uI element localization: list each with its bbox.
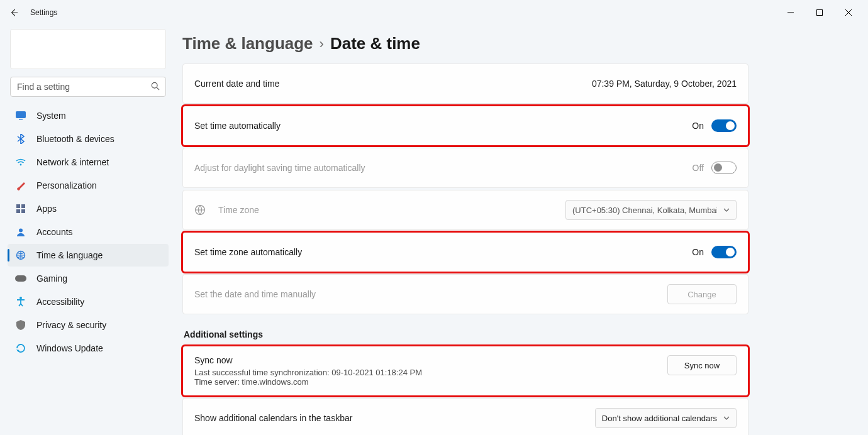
set-tz-auto-label: Set time zone automatically — [194, 247, 302, 257]
sidebar-item-label: Bluetooth & devices — [36, 134, 114, 144]
current-date-time-row: Current date and time 07:39 PM, Saturday… — [182, 63, 748, 104]
sidebar-item-label: Windows Update — [36, 343, 103, 353]
profile-card[interactable] — [10, 29, 166, 69]
sidebar-item-gaming[interactable]: Gaming — [8, 267, 169, 290]
sidebar-item-label: Accounts — [36, 227, 73, 237]
breadcrumb-current: Date & time — [330, 34, 420, 53]
window-controls — [776, 3, 863, 23]
chevron-down-icon — [723, 208, 730, 212]
timezone-label: Time zone — [218, 205, 259, 215]
additional-calendars-dropdown[interactable]: Don't show additional calendars — [595, 408, 737, 428]
minimize-icon — [787, 9, 794, 16]
close-icon — [845, 9, 852, 16]
sidebar-item-privacy[interactable]: Privacy & security — [8, 314, 169, 336]
breadcrumb-parent[interactable]: Time & language — [182, 34, 313, 53]
bluetooth-icon — [15, 133, 26, 145]
window-title: Settings — [30, 8, 57, 17]
sidebar: System Bluetooth & devices Network & int… — [0, 25, 176, 435]
sidebar-item-label: Apps — [36, 204, 57, 214]
update-icon — [15, 343, 26, 354]
sidebar-item-bluetooth[interactable]: Bluetooth & devices — [8, 128, 169, 150]
sidebar-item-time-language[interactable]: Time & language — [8, 244, 169, 267]
close-button[interactable] — [834, 3, 863, 23]
set-tz-auto-toggle[interactable] — [711, 246, 737, 258]
sidebar-item-label: System — [36, 111, 66, 121]
svg-rect-7 — [16, 209, 20, 213]
sidebar-item-label: Personalization — [36, 180, 97, 190]
svg-rect-0 — [817, 10, 823, 16]
search-input[interactable] — [10, 77, 166, 97]
sync-now-title: Sync now — [194, 355, 422, 365]
timezone-dropdown[interactable]: (UTC+05:30) Chennai, Kolkata, Mumbai, Ne… — [565, 200, 737, 220]
sidebar-item-apps[interactable]: Apps — [8, 197, 169, 220]
set-time-auto-state: On — [692, 121, 704, 131]
set-manual-row: Set the date and time manually Change — [182, 274, 748, 314]
sync-last-line: Last successful time synchronization: 09… — [194, 368, 422, 377]
timezone-value: (UTC+05:30) Chennai, Kolkata, Mumbai, Ne… — [572, 206, 717, 215]
additional-calendars-label: Show additional calendars in the taskbar — [194, 413, 352, 423]
dst-auto-state: Off — [693, 163, 704, 173]
titlebar: Settings — [0, 0, 868, 25]
display-icon — [15, 110, 26, 121]
wifi-icon — [15, 157, 26, 168]
main-content: Time & language › Date & time Current da… — [176, 25, 868, 435]
svg-rect-6 — [21, 204, 25, 208]
current-date-time-label: Current date and time — [194, 79, 279, 89]
sidebar-item-label: Time & language — [36, 250, 103, 260]
svg-rect-3 — [19, 119, 23, 119]
back-button[interactable] — [5, 4, 23, 21]
svg-rect-2 — [16, 112, 26, 118]
sidebar-item-label: Network & internet — [36, 157, 109, 167]
accessibility-icon — [15, 296, 26, 307]
sidebar-item-accounts[interactable]: Accounts — [8, 221, 169, 243]
globe-clock-icon — [15, 250, 26, 261]
sidebar-item-accessibility[interactable]: Accessibility — [8, 290, 169, 313]
chevron-down-icon — [723, 416, 730, 420]
change-button[interactable]: Change — [667, 284, 737, 304]
additional-calendars-row: Show additional calendars in the taskbar… — [182, 398, 748, 435]
dst-auto-toggle[interactable] — [711, 162, 737, 174]
sidebar-item-system[interactable]: System — [8, 104, 169, 127]
shield-icon — [15, 319, 26, 331]
set-time-auto-label: Set time automatically — [194, 121, 281, 131]
brush-icon — [15, 180, 26, 191]
sidebar-item-label: Gaming — [36, 273, 67, 284]
set-tz-auto-state: On — [692, 247, 704, 257]
set-time-auto-row: Set time automatically On — [182, 106, 748, 146]
breadcrumb: Time & language › Date & time — [182, 34, 748, 53]
additional-settings-header: Additional settings — [184, 329, 748, 339]
change-button-label: Change — [687, 290, 716, 299]
set-time-auto-toggle[interactable] — [711, 119, 737, 132]
svg-rect-11 — [15, 275, 26, 282]
maximize-icon — [816, 9, 823, 16]
svg-rect-5 — [16, 204, 20, 208]
sidebar-item-personalization[interactable]: Personalization — [8, 174, 169, 197]
sidebar-item-network[interactable]: Network & internet — [8, 151, 169, 173]
sync-now-button[interactable]: Sync now — [667, 355, 737, 375]
current-date-time-value: 07:39 PM, Saturday, 9 October, 2021 — [592, 79, 737, 89]
nav: System Bluetooth & devices Network & int… — [8, 104, 169, 360]
gamepad-icon — [15, 273, 26, 284]
globe-icon — [194, 204, 207, 216]
additional-calendars-value: Don't show additional calendars — [602, 414, 717, 423]
dst-auto-row: Adjust for daylight saving time automati… — [182, 148, 748, 188]
sync-now-row: Sync now Last successful time synchroniz… — [182, 346, 748, 396]
chevron-right-icon: › — [320, 36, 324, 52]
dst-auto-label: Adjust for daylight saving time automati… — [194, 163, 365, 173]
apps-icon — [15, 203, 26, 214]
sidebar-item-label: Accessibility — [36, 297, 84, 307]
sidebar-item-update[interactable]: Windows Update — [8, 337, 169, 360]
sidebar-item-label: Privacy & security — [36, 320, 106, 330]
arrow-left-icon — [9, 8, 18, 17]
svg-point-4 — [20, 164, 22, 166]
set-tz-auto-row: Set time zone automatically On — [182, 232, 748, 272]
svg-point-12 — [19, 297, 22, 299]
timezone-row: Time zone (UTC+05:30) Chennai, Kolkata, … — [182, 190, 748, 230]
set-manual-label: Set the date and time manually — [194, 289, 316, 299]
minimize-button[interactable] — [776, 3, 805, 23]
svg-point-9 — [19, 229, 23, 233]
maximize-button[interactable] — [805, 3, 834, 23]
sync-now-button-label: Sync now — [684, 361, 720, 370]
svg-rect-8 — [21, 209, 25, 213]
sync-server-line: Time server: time.windows.com — [194, 377, 422, 387]
